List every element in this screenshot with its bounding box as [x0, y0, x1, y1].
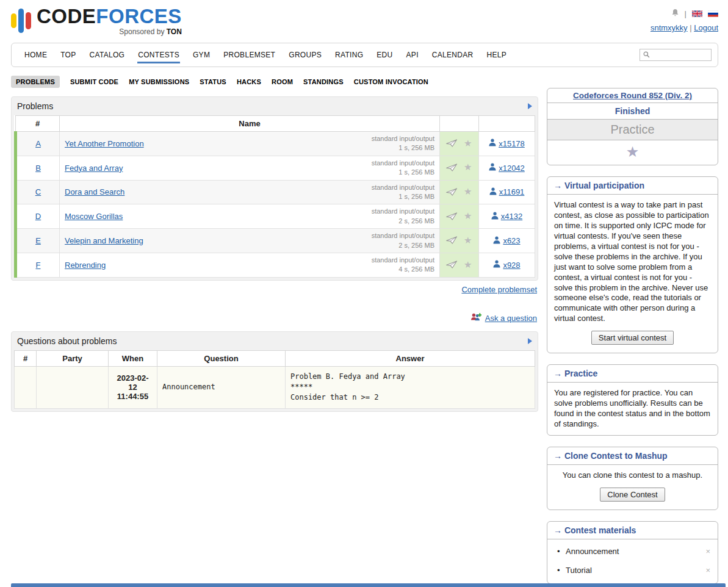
- nav-item-gym[interactable]: GYM: [186, 43, 217, 67]
- nav-item-api[interactable]: API: [400, 43, 425, 67]
- time-memory-limits: 2 s, 256 MB: [372, 217, 434, 226]
- search-input[interactable]: [652, 51, 708, 59]
- favorite-star-icon[interactable]: ★: [464, 186, 472, 196]
- problem-letter-link[interactable]: D: [35, 212, 41, 221]
- subnav-room[interactable]: ROOM: [272, 78, 293, 85]
- contest-star-row: ★: [547, 140, 718, 165]
- favorite-contest-star-icon[interactable]: ★: [626, 143, 640, 162]
- contest-status: Finished: [547, 103, 718, 120]
- start-virtual-contest-button[interactable]: Start virtual contest: [591, 331, 674, 345]
- sponsored-line: Sponsored by TON: [37, 28, 182, 35]
- person-icon: [489, 187, 497, 197]
- subnav-submit-code[interactable]: SUBMIT CODE: [70, 78, 118, 85]
- problem-name-link[interactable]: Moscow Gorillas: [65, 212, 123, 221]
- problem-row: D Moscow Gorillas standard input/output …: [16, 204, 535, 229]
- submit-plane-icon[interactable]: [446, 163, 458, 174]
- complete-problemset-link[interactable]: Complete problemset: [461, 285, 537, 294]
- solved-count-link[interactable]: x11691: [489, 187, 525, 197]
- subnav-custom-invocation[interactable]: CUSTOM INVOCATION: [354, 78, 428, 85]
- problem-letter-cell: A: [16, 132, 60, 156]
- solved-count-link[interactable]: x928: [493, 260, 520, 270]
- nav-item-catalog[interactable]: CATALOG: [83, 43, 132, 67]
- nav-item-help[interactable]: HELP: [480, 43, 514, 67]
- problem-solved-cell: x15178: [479, 132, 535, 156]
- answer-line: *****: [290, 382, 530, 392]
- submit-plane-icon[interactable]: [446, 187, 458, 198]
- problems-section: Problems # Name A: [11, 96, 538, 281]
- problem-letter-cell: E: [16, 229, 60, 253]
- virtual-participation-caption: → Virtual participation: [547, 177, 718, 195]
- notifications-bell-icon[interactable]: [671, 9, 679, 19]
- subnav-my-submissions[interactable]: MY SUBMISSIONS: [129, 78, 189, 85]
- problem-letter-link[interactable]: E: [35, 236, 41, 245]
- solved-count-link[interactable]: x12042: [489, 163, 525, 173]
- material-item-announcement[interactable]: Announcement ×: [547, 542, 718, 561]
- subnav-status[interactable]: STATUS: [200, 78, 226, 85]
- flag-ru-icon[interactable]: [708, 10, 718, 17]
- problem-actions-cell: ★: [440, 180, 479, 204]
- close-icon[interactable]: ×: [705, 566, 710, 575]
- submit-plane-icon[interactable]: [446, 212, 458, 223]
- logout-link[interactable]: Logout: [694, 23, 718, 32]
- io-type: standard input/output: [372, 207, 434, 216]
- question-answer-cell: Problem B. Fedya and Array ***** Conside…: [286, 366, 535, 408]
- favorite-star-icon[interactable]: ★: [464, 235, 472, 245]
- problem-name-link[interactable]: Rebrending: [65, 261, 106, 270]
- favorite-star-icon[interactable]: ★: [464, 138, 472, 148]
- favorite-star-icon[interactable]: ★: [464, 211, 472, 221]
- problem-name-link[interactable]: Fedya and Array: [65, 164, 123, 173]
- submit-plane-icon[interactable]: [446, 236, 458, 247]
- username-link[interactable]: sntmxykky: [651, 23, 688, 32]
- nav-item-calendar[interactable]: CALENDAR: [425, 43, 480, 67]
- contest-title-link[interactable]: Codeforces Round 852 (Div. 2): [573, 91, 692, 100]
- solved-count-link[interactable]: x623: [493, 236, 520, 246]
- problem-name-link[interactable]: Velepin and Marketing: [65, 236, 143, 245]
- contest-mode: Practice: [547, 120, 718, 140]
- ask-question-link[interactable]: Ask a question: [485, 314, 537, 323]
- nav-item-home[interactable]: HOME: [18, 43, 54, 67]
- material-label: Announcement: [566, 547, 619, 556]
- subnav-hacks[interactable]: HACKS: [237, 78, 261, 85]
- nav-item-top[interactable]: TOP: [54, 43, 82, 67]
- section-expand-icon[interactable]: [528, 338, 532, 344]
- clone-contest-button[interactable]: Clone Contest: [600, 488, 665, 502]
- favorite-star-icon[interactable]: ★: [464, 162, 472, 172]
- subnav-problems[interactable]: PROBLEMS: [11, 76, 60, 88]
- problem-constraints: standard input/output 2 s, 256 MB: [372, 231, 434, 250]
- problem-letter-link[interactable]: B: [35, 164, 41, 173]
- q-col-number: #: [15, 350, 37, 366]
- logo-text: CODEFORCES Sponsored by TON: [37, 6, 182, 35]
- problem-solved-cell: x623: [479, 229, 535, 253]
- virtual-participation-box: → Virtual participation Virtual contest …: [547, 176, 718, 353]
- ask-question-icon: [470, 312, 481, 324]
- submit-plane-icon[interactable]: [446, 260, 458, 271]
- nav-item-contests[interactable]: CONTESTS: [131, 43, 186, 67]
- time-memory-limits: 4 s, 256 MB: [372, 265, 434, 274]
- section-expand-icon[interactable]: [528, 103, 532, 109]
- close-icon[interactable]: ×: [705, 547, 710, 556]
- problem-letter-link[interactable]: F: [36, 261, 41, 270]
- submit-plane-icon[interactable]: [446, 139, 458, 149]
- solved-count-link[interactable]: x15178: [489, 139, 525, 148]
- nav-item-groups[interactable]: GROUPS: [282, 43, 328, 67]
- questions-section-title: Questions about problems: [17, 336, 117, 346]
- solved-count-link[interactable]: x4132: [491, 212, 522, 221]
- virtual-participation-text: Virtual contest is a way to take part in…: [547, 195, 718, 330]
- subnav-standings[interactable]: STANDINGS: [303, 78, 344, 85]
- problem-name-link[interactable]: Dora and Search: [65, 187, 124, 196]
- search-icon: [643, 51, 650, 60]
- problem-name-link[interactable]: Yet Another Promotion: [65, 139, 144, 148]
- favorite-star-icon[interactable]: ★: [464, 259, 472, 270]
- problem-constraints: standard input/output 2 s, 256 MB: [372, 207, 434, 226]
- header: CODEFORCES Sponsored by TON |: [11, 6, 718, 35]
- problem-row: E Velepin and Marketing standard input/o…: [16, 229, 535, 253]
- codeforces-logo[interactable]: CODEFORCES Sponsored by TON: [11, 6, 182, 35]
- problem-letter-link[interactable]: A: [35, 139, 41, 148]
- nav-item-problemset[interactable]: PROBLEMSET: [217, 43, 282, 67]
- problem-letter-link[interactable]: C: [35, 187, 41, 196]
- material-item-tutorial[interactable]: Tutorial ×: [547, 561, 718, 580]
- flag-en-icon[interactable]: [692, 10, 702, 17]
- nav-item-rating[interactable]: RATING: [328, 43, 370, 67]
- header-user-area: | sntmx: [651, 6, 718, 32]
- nav-item-edu[interactable]: EDU: [370, 43, 399, 67]
